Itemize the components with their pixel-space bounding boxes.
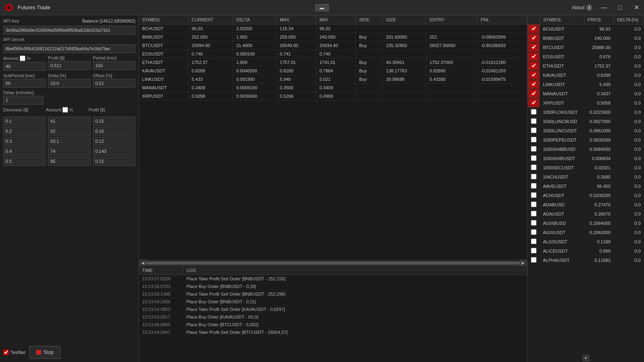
offset-input[interactable] xyxy=(93,79,135,88)
amount-row-input[interactable] xyxy=(48,127,90,136)
right-delta: 0.0 xyxy=(614,99,644,108)
amount-col-checkbox[interactable] xyxy=(62,107,68,113)
log-scroll[interactable]: TIME LOG 13:53:57.0259 Place Take Profit… xyxy=(139,266,527,362)
profit-row-input[interactable] xyxy=(93,127,135,136)
h-scrollbar[interactable] xyxy=(146,261,520,265)
amount-row-input[interactable] xyxy=(48,137,90,146)
right-row-checkbox[interactable] xyxy=(531,183,537,189)
decrease-col-header: Decrease [$] xyxy=(3,107,43,113)
right-delta: 0.0 xyxy=(614,34,644,43)
right-row-checkbox[interactable] xyxy=(531,26,537,31)
amount-col-header: Amount % xyxy=(46,107,86,113)
trade-cell-current: 96.03 xyxy=(188,25,233,33)
right-row: ACHUSDT 0.0200200 0.0 xyxy=(528,191,644,200)
decrease-cell xyxy=(3,127,45,136)
trade-col-side: SIDE xyxy=(356,15,383,25)
minimize-button[interactable]: — xyxy=(597,0,612,15)
profit-input[interactable] xyxy=(48,61,90,70)
profit-row-input[interactable] xyxy=(93,137,135,146)
trade-cell-size: 40.30451 xyxy=(383,58,426,67)
delta-input[interactable] xyxy=(48,79,90,88)
right-row-checkbox[interactable] xyxy=(531,155,537,161)
right-row-checkbox[interactable] xyxy=(531,174,537,179)
stop-icon xyxy=(36,350,41,355)
delay-input[interactable] xyxy=(3,96,43,105)
log-message: Place Take Profit Sell Order [BNBUSDT - … xyxy=(183,275,527,283)
amount-row-input[interactable] xyxy=(48,117,90,125)
right-row-checkbox[interactable] xyxy=(531,128,537,133)
log-message: Place Buy Order [BTCUSDT - 0,002] xyxy=(183,321,527,329)
right-row-checkbox[interactable] xyxy=(531,192,537,198)
right-row-checkbox[interactable] xyxy=(531,165,537,170)
trade-cell-max: 5.940 xyxy=(277,75,316,84)
right-row-checkbox[interactable] xyxy=(531,211,537,216)
decrease-input[interactable] xyxy=(3,117,45,125)
period-input[interactable] xyxy=(93,61,135,70)
right-row-checkbox[interactable] xyxy=(531,90,537,96)
right-row-checkbox[interactable] xyxy=(531,202,537,207)
amount-input[interactable] xyxy=(3,62,45,71)
decrease-input[interactable] xyxy=(3,127,45,136)
right-scroll[interactable]: SYMBOL PRICE DELTA [%] BCHUSDT 96.03 0.0… xyxy=(528,15,644,354)
right-checkbox-cell xyxy=(528,89,540,99)
log-time: 13:53:55.1486 xyxy=(139,290,183,298)
right-row-checkbox[interactable] xyxy=(531,146,537,152)
amount-row-input[interactable] xyxy=(48,157,90,166)
api-secret-input[interactable] xyxy=(3,44,135,53)
amount-checkbox[interactable] xyxy=(20,56,25,61)
right-checkbox-cell xyxy=(528,163,540,173)
stop-button[interactable]: Stop xyxy=(29,346,60,359)
delay-row: Delay [minutes] xyxy=(3,90,135,105)
about-button[interactable]: About i xyxy=(569,4,596,11)
trade-cell-symbol: MANAUSDT xyxy=(139,84,188,92)
right-row-checkbox[interactable] xyxy=(531,81,537,87)
subperiod-input[interactable] xyxy=(3,79,45,88)
right-symbol: ADAUSDT xyxy=(540,210,584,219)
profit-row-input[interactable] xyxy=(93,157,135,166)
right-price: 0.899 xyxy=(584,247,613,256)
right-row-checkbox[interactable] xyxy=(531,248,537,253)
profit-row-input[interactable] xyxy=(93,117,135,125)
right-symbol: BCHUSDT xyxy=(540,25,584,34)
right-row-checkbox[interactable] xyxy=(531,109,537,115)
close-button[interactable]: ✕ xyxy=(629,0,644,15)
trade-col-current: CURRENT xyxy=(188,15,233,25)
right-row-checkbox[interactable] xyxy=(531,229,537,235)
log-message: Place Take Profit Sell Order [BNBUSDT - … xyxy=(183,290,527,298)
trade-cell-side: Buy xyxy=(356,41,383,50)
right-row-checkbox[interactable] xyxy=(531,35,537,41)
testnet-checkbox[interactable] xyxy=(3,350,9,355)
right-symbol: AGIXBUSD xyxy=(540,219,584,228)
amount-percent: % xyxy=(27,56,31,61)
profit-row-input[interactable] xyxy=(93,147,135,156)
right-row-checkbox[interactable] xyxy=(531,257,537,263)
right-table: SYMBOL PRICE DELTA [%] BCHUSDT 96.03 0.0… xyxy=(528,15,644,265)
trade-cell-min: 0.3409 xyxy=(316,84,356,92)
decrease-input[interactable] xyxy=(3,137,45,146)
right-scroll-down-arrow[interactable]: ▼ xyxy=(583,355,589,361)
right-row-checkbox[interactable] xyxy=(531,44,537,50)
restore-button[interactable]: □ xyxy=(613,0,628,15)
right-row-checkbox[interactable] xyxy=(531,118,537,124)
amount-row-input[interactable] xyxy=(48,147,90,156)
api-key-input[interactable] xyxy=(3,26,135,35)
right-row-checkbox[interactable] xyxy=(531,239,537,244)
right-row-checkbox[interactable] xyxy=(531,63,537,68)
decrease-input[interactable] xyxy=(3,157,45,166)
right-row: 1000SHIBBUSD 0.0084930 0.0 xyxy=(528,145,644,154)
right-price: 0.1188 xyxy=(584,237,613,247)
right-row-checkbox[interactable] xyxy=(531,220,537,226)
right-row-checkbox[interactable] xyxy=(531,100,537,105)
decrease-input[interactable] xyxy=(3,147,45,156)
trade-table-area[interactable]: SYMBOLCURRENTDELTAMAXMINSIDESIZEENTRYPNL… xyxy=(139,15,527,260)
right-row-checkbox[interactable] xyxy=(531,137,537,142)
right-row-checkbox[interactable] xyxy=(531,53,537,59)
center-button[interactable]: ▬ xyxy=(316,4,329,11)
right-row-checkbox[interactable] xyxy=(531,72,537,78)
right-delta: 0.0 xyxy=(614,173,644,182)
right-checkbox-cell xyxy=(528,117,540,126)
amount-group: Amount % xyxy=(3,56,45,71)
profit-cell xyxy=(93,127,135,136)
trade-table: SYMBOLCURRENTDELTAMAXMINSIDESIZEENTRYPNL… xyxy=(139,15,527,101)
trade-cell-pnl: -0.08063999 xyxy=(477,33,527,41)
